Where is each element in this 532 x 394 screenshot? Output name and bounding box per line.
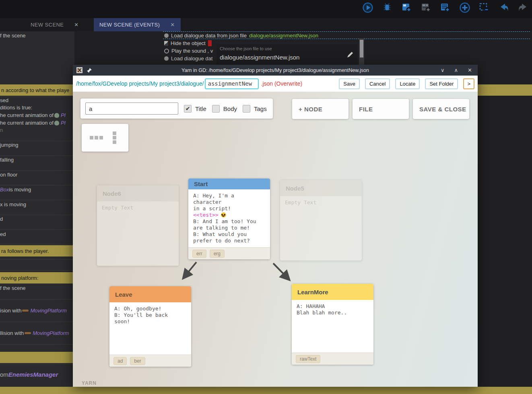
event-row[interactable]: jumping [0,142,74,148]
event-row[interactable]: x is moving [0,201,74,207]
event-row[interactable]: llision with MovingPlatform [0,330,74,336]
comment-row[interactable]: noving platform: [0,272,74,283]
picker-label: Choose the json file to use [220,46,272,51]
row-divider [0,283,74,284]
widget-dot [99,136,103,140]
event-row[interactable]: f the scene [0,285,74,291]
add-node-button[interactable]: + NODE [292,99,348,119]
missing-object-marker [208,40,212,46]
node-leave[interactable]: Leave A: Oh, goodbye! B: You'll be back … [109,286,191,367]
event-row[interactable]: om EnemiesManager [0,371,74,378]
event-row[interactable]: he current animation of Pl [0,112,74,118]
tag-chip: rawText [296,355,320,363]
node-body: A: Oh, goodbye! B: You'll be back soon! [109,302,191,355]
event-row[interactable]: ditions is true: [0,105,74,111]
hide-action-icon [164,41,168,46]
row-divider [0,156,74,156]
row-divider [0,344,74,345]
filename-input[interactable] [205,78,259,89]
tag-chip: ber [130,357,145,365]
json-file-link[interactable]: dialogue/assignmentNew.json [249,33,318,39]
close-icon[interactable]: ✕ [170,22,175,28]
row-divider [0,215,74,215]
event-action-load-dialogue[interactable]: Load dialogue data from json file dialog… [164,33,318,39]
node-start[interactable]: Start A: Hey, I'm a character in a scrip… [188,179,270,259]
widget-dot [113,131,116,135]
body-checkbox[interactable] [212,105,220,113]
events-scrollbar[interactable] [359,38,364,65]
tab-new-scene[interactable]: NEW SCENE ✕ [25,18,85,31]
event-row[interactable]: f the scene [0,33,74,39]
picker-value[interactable]: dialogue/assignmentNew.json [220,54,299,61]
event-row[interactable]: Box is moving [0,187,74,193]
event-row[interactable]: n [0,127,74,133]
yarn-watermark: YARN [82,380,97,386]
node-tags: ad ber [109,355,191,367]
player-object-icon [54,121,59,125]
play-icon[interactable] [362,2,373,13]
edit-pencil-icon[interactable] [346,51,354,60]
more-button[interactable]: > [463,78,474,89]
debug-icon[interactable] [381,2,393,13]
redo-icon[interactable] [518,2,529,13]
yarn-action-icon [164,56,169,61]
cancel-button[interactable]: Cancel [365,78,390,89]
tags-checkbox-label: Tags [254,105,267,112]
comment-row[interactable]: ra follows the player. [0,245,74,257]
event-action-hide-object[interactable]: Hide the object [164,40,212,46]
widget-dot [95,136,98,140]
search-input[interactable] [85,103,178,115]
node-body: Empty Text [97,201,179,266]
node-learnmore[interactable]: LearnMore A: HAHAHA Blah blah more.. raw… [292,284,373,365]
top-toolbar [0,0,532,18]
tag-chip: err [192,250,206,258]
tab-label: NEW SCENE (EVENTS) [99,22,160,28]
save-close-button[interactable]: SAVE & CLOSE [413,99,469,119]
event-action-play-sound[interactable]: Play the sound , v [164,48,213,54]
close-icon[interactable]: ✕ [468,67,472,73]
tag-chip: ad [113,357,127,365]
player-object-icon [54,113,59,118]
file-button[interactable]: FILE [353,99,409,119]
add-external-events-icon[interactable] [439,2,451,13]
tab-new-scene-events[interactable]: NEW SCENE (EVENTS) ✕ [94,18,181,31]
event-row[interactable]: d [0,216,74,222]
minimize-icon[interactable]: ∨ [441,67,445,73]
comment-row[interactable] [0,387,532,394]
event-row[interactable]: falling [0,157,74,163]
row-divider [0,96,74,97]
event-row[interactable]: on floor [0,172,74,178]
title-checkbox[interactable]: ✔ [184,105,192,113]
event-row[interactable]: sed [0,97,74,103]
event-action-load-dialogue-2[interactable]: Load dialogue dat [164,55,212,62]
path-prefix: /home/fox/GDevelop projects/My project3/… [76,80,204,87]
locate-button[interactable]: Locate [395,78,420,89]
node-node6[interactable]: Node6 Empty Text [97,185,179,266]
remove-selection-icon[interactable] [478,2,490,13]
body-checkbox-label: Body [223,105,237,112]
scrollbar-thumb[interactable] [360,40,363,57]
save-button[interactable]: Save [339,78,360,89]
maximize-icon[interactable]: ∧ [454,67,458,73]
add-extension-icon[interactable] [459,2,470,13]
comment-row[interactable] [0,352,74,363]
undo-icon[interactable] [498,2,509,13]
row-divider [0,200,74,200]
widget-dot [90,136,93,140]
event-row[interactable]: ision with MovingPlatform [0,308,74,314]
nerd-face-emoji [221,212,226,218]
add-object-icon[interactable] [401,2,412,13]
node-title: Leave [109,286,191,302]
event-row[interactable]: he current animation of Pl [0,120,74,126]
add-external-layout-icon[interactable] [420,2,431,13]
set-folder-button[interactable]: Set Folder [425,78,458,89]
window-titlebar[interactable]: Yarn in GD: /home/fox/GDevelop projects/… [73,65,478,76]
yarn-action-icon [164,33,169,38]
node-node5[interactable]: Node5 Empty Text [280,180,362,261]
yarn-canvas[interactable]: ✔ Title Body Tags + NODE FILE SAVE & CLO… [73,92,478,387]
canvas-controls-widget[interactable] [82,124,128,152]
node-title: LearnMore [292,284,373,300]
tags-checkbox[interactable] [243,105,250,113]
event-row[interactable]: ed [0,231,74,237]
close-icon[interactable]: ✕ [74,22,78,28]
